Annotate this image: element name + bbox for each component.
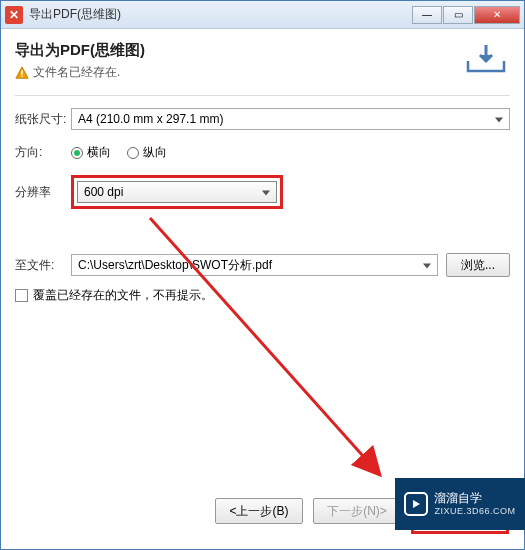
- watermark-icon: [404, 492, 428, 516]
- window-controls: — ▭ ✕: [412, 6, 520, 24]
- target-file-label: 至文件:: [15, 257, 63, 274]
- maximize-button[interactable]: ▭: [443, 6, 473, 24]
- next-button: 下一步(N)>: [313, 498, 401, 524]
- minimize-button[interactable]: —: [412, 6, 442, 24]
- resolution-label: 分辨率: [15, 184, 71, 201]
- overwrite-checkbox[interactable]: [15, 289, 28, 302]
- radio-icon: [71, 147, 83, 159]
- target-file-select[interactable]: C:\Users\zrt\Desktop\SWOT分析.pdf: [71, 254, 438, 276]
- target-file-row: 至文件: C:\Users\zrt\Desktop\SWOT分析.pdf 浏览.…: [15, 253, 510, 277]
- orientation-label: 方向:: [15, 144, 71, 161]
- orientation-landscape-radio[interactable]: 横向: [71, 144, 111, 161]
- back-button[interactable]: <上一步(B): [215, 498, 303, 524]
- paper-size-row: 纸张尺寸: A4 (210.0 mm x 297.1 mm): [15, 108, 510, 130]
- radio-icon: [127, 147, 139, 159]
- resolution-row: 分辨率 600 dpi: [15, 175, 510, 209]
- watermark-name: 溜溜自学: [434, 491, 515, 505]
- dialog-body: 导出为PDF(思维图) 文件名已经存在. 纸张尺寸: A4 (210.0 mm …: [1, 29, 524, 316]
- svg-rect-1: [21, 75, 22, 76]
- separator: [15, 95, 510, 96]
- resolution-select[interactable]: 600 dpi: [77, 181, 277, 203]
- close-button[interactable]: ✕: [474, 6, 520, 24]
- watermark-url: ZIXUE.3D66.COM: [434, 506, 515, 517]
- orientation-portrait-radio[interactable]: 纵向: [127, 144, 167, 161]
- warning-row: 文件名已经存在.: [15, 64, 462, 81]
- export-icon: [462, 41, 510, 77]
- browse-button[interactable]: 浏览...: [446, 253, 510, 277]
- paper-size-label: 纸张尺寸:: [15, 111, 71, 128]
- window-title: 导出PDF(思维图): [29, 6, 412, 23]
- overwrite-row: 覆盖已经存在的文件，不再提示。: [15, 287, 510, 304]
- warning-text: 文件名已经存在.: [33, 64, 120, 81]
- paper-size-select[interactable]: A4 (210.0 mm x 297.1 mm): [71, 108, 510, 130]
- orientation-row: 方向: 横向 纵向: [15, 144, 510, 161]
- resolution-highlight: 600 dpi: [71, 175, 283, 209]
- app-icon: ✕: [5, 6, 23, 24]
- dialog-window: ✕ 导出PDF(思维图) — ▭ ✕ 导出为PDF(思维图) 文件名已经存在.: [0, 0, 525, 550]
- dialog-title: 导出为PDF(思维图): [15, 41, 462, 60]
- dialog-header: 导出为PDF(思维图) 文件名已经存在.: [15, 41, 510, 81]
- svg-rect-0: [21, 70, 22, 74]
- overwrite-label: 覆盖已经存在的文件，不再提示。: [33, 287, 213, 304]
- watermark: 溜溜自学 ZIXUE.3D66.COM: [395, 478, 525, 530]
- warning-icon: [15, 66, 29, 80]
- titlebar: ✕ 导出PDF(思维图) — ▭ ✕: [1, 1, 524, 29]
